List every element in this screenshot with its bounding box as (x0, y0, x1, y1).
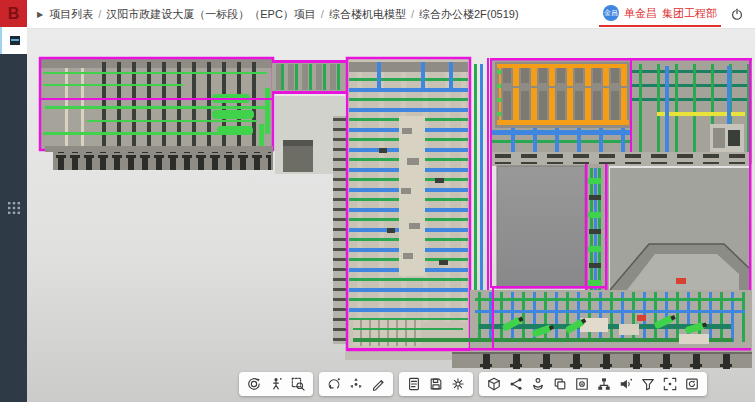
speaker-icon (619, 377, 633, 391)
share-button[interactable] (506, 374, 526, 394)
funnel-button[interactable] (638, 374, 658, 394)
top-bar: ▶ 项目列表/汉阳市政建设大厦（一标段）（EPC）项目/综合楼机电模型/综合办公… (27, 0, 755, 29)
settings-gear-button[interactable] (448, 374, 468, 394)
breadcrumb-separator: / (98, 8, 101, 20)
zoom-box-button[interactable] (288, 374, 308, 394)
logout-power-button[interactable] (729, 6, 745, 22)
user-department[interactable]: 集团工程部 (662, 6, 717, 21)
document-button[interactable] (404, 374, 424, 394)
tree-icon (597, 377, 611, 391)
funnel-icon (641, 377, 655, 391)
sidebar-item-apps[interactable] (0, 194, 27, 221)
copy-icon (553, 377, 567, 391)
breadcrumb-item[interactable]: 项目列表 (49, 7, 93, 22)
model-center-tower[interactable] (347, 58, 470, 352)
markup-pen-button[interactable] (368, 374, 388, 394)
reset-view-button[interactable] (682, 374, 702, 394)
speaker-button[interactable] (616, 374, 636, 394)
breadcrumb-item[interactable]: 综合办公楼2F(0519) (419, 7, 519, 22)
zoom-box-icon (291, 377, 305, 391)
save-button[interactable] (426, 374, 446, 394)
breadcrumb: 项目列表/汉阳市政建设大厦（一标段）（EPC）项目/综合楼机电模型/综合办公楼2… (49, 7, 518, 22)
bim-viewer-app: { "topbar": { "breadcrumb": { "separator… (0, 0, 755, 402)
box-icon (487, 377, 501, 391)
document-icon (407, 377, 421, 391)
hand-icon (531, 377, 545, 391)
toolbar-group (399, 372, 473, 396)
orbit-button[interactable] (244, 374, 264, 394)
free-orbit-button[interactable] (346, 374, 366, 394)
viewpoint-button[interactable] (324, 374, 344, 394)
markup-pen-icon (371, 377, 385, 391)
box-button[interactable] (484, 374, 504, 394)
active-user-underline (599, 25, 721, 27)
breadcrumb-item[interactable]: 汉阳市政建设大厦（一标段）（EPC）项目 (106, 7, 316, 22)
target-button[interactable] (572, 374, 592, 394)
model-courtyard-left[interactable] (497, 166, 585, 288)
model-left-wing[interactable] (40, 58, 273, 170)
user-name[interactable]: 单金昌 (624, 6, 657, 21)
walkthrough-button[interactable] (266, 374, 286, 394)
toolbar-group (239, 372, 313, 396)
tree-button[interactable] (594, 374, 614, 394)
breadcrumb-separator: / (411, 8, 414, 20)
free-orbit-icon (349, 377, 363, 391)
model-courtyard-right[interactable] (610, 168, 749, 290)
share-icon (509, 377, 523, 391)
model-layers-icon (10, 36, 20, 45)
breadcrumb-separator: / (321, 8, 324, 20)
bim-model-canvas[interactable] (27, 28, 755, 402)
sidebar-spacer (0, 54, 27, 194)
fit-icon (663, 377, 677, 391)
model-stair-strip[interactable] (333, 116, 347, 344)
sidebar-item-model[interactable] (0, 27, 27, 54)
target-icon (575, 377, 589, 391)
walkthrough-icon (269, 377, 283, 391)
reset-view-icon (685, 377, 699, 391)
app-logo[interactable]: B (0, 0, 27, 27)
power-icon (730, 7, 744, 21)
avatar[interactable]: 金昌 (603, 5, 619, 21)
save-icon (429, 377, 443, 391)
settings-gear-icon (451, 377, 465, 391)
breadcrumb-collapse-icon[interactable]: ▶ (37, 10, 43, 19)
hand-button[interactable] (528, 374, 548, 394)
orbit-icon (247, 377, 261, 391)
viewer-toolbar (239, 372, 707, 396)
copy-button[interactable] (550, 374, 570, 394)
toolbar-group (319, 372, 393, 396)
toolbar-group (479, 372, 707, 396)
viewer-canvas[interactable] (27, 28, 755, 402)
user-area: 金昌 单金昌 集团工程部 (603, 5, 755, 23)
current-user[interactable]: 金昌 单金昌 集团工程部 (603, 5, 717, 23)
viewpoint-icon (327, 377, 341, 391)
breadcrumb-item[interactable]: 综合楼机电模型 (329, 7, 406, 22)
left-rail: B (0, 0, 27, 402)
apps-grid-icon (8, 202, 20, 214)
fit-button[interactable] (660, 374, 680, 394)
